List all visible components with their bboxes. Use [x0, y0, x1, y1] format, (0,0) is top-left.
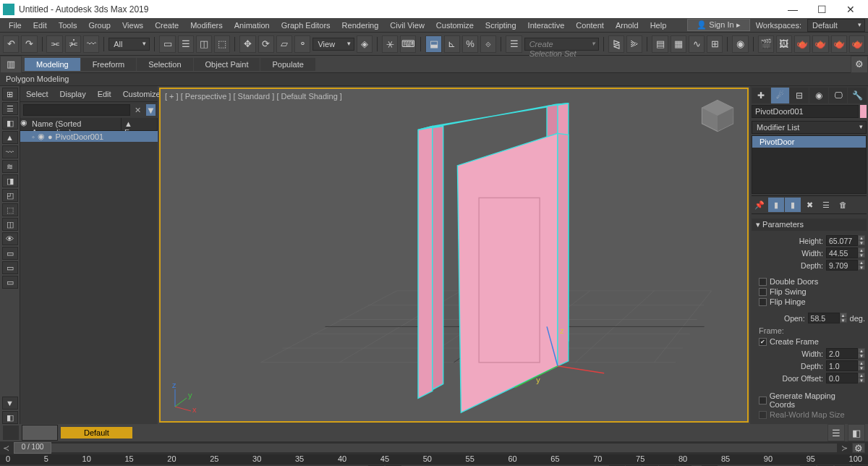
layer-manager-toggle[interactable]: ☰ — [2, 102, 18, 115]
parameters-rollout-header[interactable]: Parameters — [752, 219, 867, 231]
perspective-viewport[interactable]: [ + ] [ Perspective ] [ Standard ] [ Def… — [159, 88, 749, 423]
menu-scripting[interactable]: Scripting — [480, 20, 522, 31]
display-tab[interactable]: 🖵 — [829, 88, 848, 103]
double-doors-checkbox[interactable] — [759, 278, 767, 286]
door-offset-input[interactable] — [826, 373, 858, 384]
minimize-button[interactable]: — — [778, 4, 807, 15]
time-slider[interactable]: 0 / 100 — [14, 444, 837, 452]
menu-customize[interactable]: Customize — [430, 20, 480, 31]
ribbon-tab-populate[interactable]: Populate — [260, 58, 315, 71]
render-setup-button[interactable]: 🎬 — [758, 35, 774, 53]
spinner-down[interactable]: ▼ — [858, 240, 865, 245]
ribbon-tab-modeling[interactable]: Modeling — [25, 58, 80, 71]
render-iterative-button[interactable]: 🫖 — [812, 35, 828, 53]
render-cloud-button[interactable]: 🫖 — [849, 35, 865, 53]
remove-modifier-button[interactable]: ✖ — [801, 198, 817, 212]
menu-interactive[interactable]: Interactive — [522, 20, 571, 31]
frame-depth-input[interactable] — [826, 360, 858, 371]
configure-sets-button[interactable]: ☰ — [818, 198, 834, 212]
menu-file[interactable]: File — [3, 20, 27, 31]
tree-vis-icon[interactable]: ◉ — [38, 132, 45, 141]
helper-filter-button[interactable]: ◰ — [2, 189, 18, 202]
ribbon-toggle-button[interactable]: ▥ — [0, 56, 22, 73]
modify-tab[interactable]: ☄ — [771, 88, 790, 103]
name-column-header[interactable]: Name (Sorted Ascending) — [29, 118, 122, 130]
default-material-button[interactable]: Default — [61, 427, 132, 439]
menu-group[interactable]: Group — [82, 20, 116, 31]
viewcube-icon[interactable] — [698, 96, 737, 135]
create-tab[interactable]: ✚ — [752, 88, 770, 103]
menu-help[interactable]: Help — [644, 20, 673, 31]
undo-button[interactable]: ↶ — [3, 35, 19, 53]
spinner-up[interactable]: ▲ — [858, 235, 865, 240]
motion-tab[interactable]: ◉ — [809, 88, 828, 103]
time-slider-handle[interactable]: 0 / 100 — [14, 442, 51, 454]
make-unique-button[interactable]: ▮ — [785, 198, 801, 212]
flip-swing-checkbox[interactable] — [759, 288, 767, 296]
menu-arnold[interactable]: Arnold — [610, 20, 644, 31]
camera-filter-button[interactable]: ◨ — [2, 174, 18, 187]
isolate-button[interactable]: ◧ — [848, 424, 865, 441]
group-filter-button[interactable]: ◫ — [2, 218, 18, 231]
placement-button[interactable]: ⚬ — [294, 35, 310, 53]
layer-explorer-button[interactable]: ▤ — [652, 35, 668, 53]
flip-hinge-checkbox[interactable] — [759, 298, 767, 306]
schematic-view-button[interactable]: ⊞ — [707, 35, 723, 53]
tree-item-pivotdoor[interactable]: ◦ ◉ ● PivotDoor001 — [20, 131, 158, 142]
menu-modifiers[interactable]: Modifiers — [184, 20, 229, 31]
render-production-button[interactable]: 🫖 — [794, 35, 810, 53]
modifier-stack[interactable]: PivotDoor — [752, 135, 867, 194]
redo-button[interactable]: ↷ — [21, 35, 37, 53]
display-floater-button[interactable]: ◧ — [2, 116, 18, 130]
unlink-button[interactable]: ⫘̸ — [65, 35, 81, 53]
bind-button[interactable]: 〰 — [83, 35, 99, 53]
xref-filter-button[interactable]: 👁 — [2, 232, 18, 245]
container-filter-button[interactable]: ▭ — [2, 261, 18, 274]
selection-filter-dropdown[interactable]: All — [109, 38, 150, 51]
time-ruler[interactable]: 0510152025303540455055606570758085909510… — [0, 454, 868, 465]
menu-rendering[interactable]: Rendering — [336, 20, 385, 31]
scene-tab-customize[interactable]: Customize — [120, 88, 163, 100]
track-selected-button[interactable] — [3, 425, 19, 440]
lock-layout-button[interactable]: ◧ — [2, 411, 18, 424]
scene-tab-select[interactable]: Select — [23, 88, 51, 100]
ribbon-tab-selection[interactable]: Selection — [137, 58, 192, 71]
scene-explorer-toggle[interactable]: ⊞ — [2, 88, 18, 101]
layers-toolbar-button[interactable]: ☰ — [827, 424, 845, 441]
hierarchy-tab[interactable]: ⊟ — [790, 88, 809, 103]
menu-content[interactable]: Content — [570, 20, 610, 31]
modifier-stack-item[interactable]: PivotDoor — [752, 136, 866, 148]
selection-set-dropdown[interactable]: Create Selection Set — [524, 38, 599, 51]
material-slot[interactable] — [22, 425, 58, 441]
column-chooser-button[interactable]: ▼ — [2, 397, 18, 410]
gen-mapping-checkbox[interactable] — [759, 397, 767, 404]
angle-snap-button[interactable]: ⊾ — [444, 35, 460, 53]
geometry-filter-button[interactable]: ▲ — [2, 131, 18, 144]
window-crossing-button[interactable]: ⬚ — [214, 35, 230, 53]
rect-region-button[interactable]: ◫ — [196, 35, 212, 53]
percent-snap-button[interactable]: % — [462, 35, 478, 53]
edit-selection-set-button[interactable]: ☰ — [506, 35, 522, 53]
toggle-ribbon-button[interactable]: ▦ — [671, 35, 686, 53]
bone-filter-button[interactable]: ▭ — [2, 247, 18, 260]
ribbon-tab-freeform[interactable]: Freeform — [81, 58, 137, 71]
scene-search-input[interactable] — [23, 104, 130, 116]
sign-in-button[interactable]: 👤 Sign In ▸ — [687, 19, 749, 31]
scene-tab-display[interactable]: Display — [57, 88, 89, 100]
time-config-button[interactable]: ⚙ — [852, 443, 865, 453]
ref-coord-dropdown[interactable]: View — [312, 38, 354, 51]
object-color-swatch[interactable] — [860, 105, 867, 118]
menu-civil-view[interactable]: Civil View — [384, 20, 430, 31]
menu-animation[interactable]: Animation — [229, 20, 276, 31]
depth-input[interactable] — [826, 260, 858, 271]
workspace-dropdown[interactable]: Default — [807, 19, 865, 32]
spinner-snap-button[interactable]: ⟐ — [480, 35, 496, 53]
maximize-button[interactable]: ☐ — [807, 4, 836, 15]
scene-tab-edit[interactable]: Edit — [95, 88, 114, 100]
align-button[interactable]: ⫸ — [626, 35, 642, 53]
manipulate-button[interactable]: ⚹ — [382, 35, 398, 53]
viewport-label[interactable]: [ + ] [ Perspective ] [ Standard ] [ Def… — [165, 92, 342, 101]
pin-stack-button[interactable]: 📌 — [752, 198, 767, 212]
utilities-tab[interactable]: 🔧 — [848, 88, 867, 103]
scale-button[interactable]: ▱ — [276, 35, 292, 53]
